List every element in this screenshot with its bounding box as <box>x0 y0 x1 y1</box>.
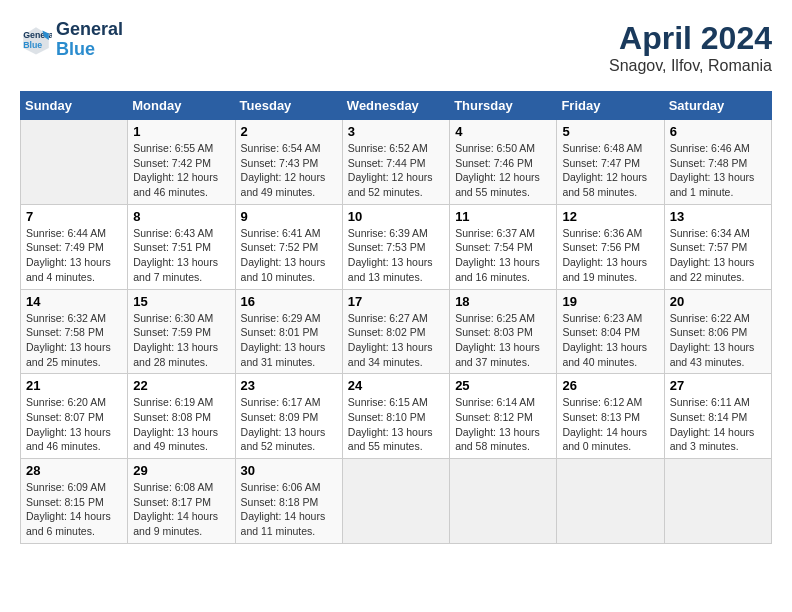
logo-text: General Blue <box>56 20 123 60</box>
logo-general: General <box>56 20 123 40</box>
day-info: Sunrise: 6:25 AMSunset: 8:03 PMDaylight:… <box>455 311 551 370</box>
calendar-cell: 27Sunrise: 6:11 AMSunset: 8:14 PMDayligh… <box>664 374 771 459</box>
day-number: 9 <box>241 209 337 224</box>
header-friday: Friday <box>557 92 664 120</box>
header-thursday: Thursday <box>450 92 557 120</box>
calendar-cell: 23Sunrise: 6:17 AMSunset: 8:09 PMDayligh… <box>235 374 342 459</box>
day-number: 7 <box>26 209 122 224</box>
logo-icon: General Blue <box>20 24 52 56</box>
calendar-cell: 18Sunrise: 6:25 AMSunset: 8:03 PMDayligh… <box>450 289 557 374</box>
page-header: General Blue General Blue April 2024 Sna… <box>20 20 772 75</box>
calendar-cell <box>450 459 557 544</box>
calendar-cell: 4Sunrise: 6:50 AMSunset: 7:46 PMDaylight… <box>450 120 557 205</box>
calendar-cell: 16Sunrise: 6:29 AMSunset: 8:01 PMDayligh… <box>235 289 342 374</box>
calendar-cell: 12Sunrise: 6:36 AMSunset: 7:56 PMDayligh… <box>557 204 664 289</box>
calendar-cell: 2Sunrise: 6:54 AMSunset: 7:43 PMDaylight… <box>235 120 342 205</box>
day-number: 3 <box>348 124 444 139</box>
page-subtitle: Snagov, Ilfov, Romania <box>609 57 772 75</box>
day-number: 8 <box>133 209 229 224</box>
page-title: April 2024 <box>609 20 772 57</box>
calendar-cell: 5Sunrise: 6:48 AMSunset: 7:47 PMDaylight… <box>557 120 664 205</box>
calendar-cell: 3Sunrise: 6:52 AMSunset: 7:44 PMDaylight… <box>342 120 449 205</box>
calendar-cell: 21Sunrise: 6:20 AMSunset: 8:07 PMDayligh… <box>21 374 128 459</box>
day-info: Sunrise: 6:50 AMSunset: 7:46 PMDaylight:… <box>455 141 551 200</box>
calendar-cell: 19Sunrise: 6:23 AMSunset: 8:04 PMDayligh… <box>557 289 664 374</box>
calendar-cell: 29Sunrise: 6:08 AMSunset: 8:17 PMDayligh… <box>128 459 235 544</box>
day-info: Sunrise: 6:29 AMSunset: 8:01 PMDaylight:… <box>241 311 337 370</box>
day-info: Sunrise: 6:20 AMSunset: 8:07 PMDaylight:… <box>26 395 122 454</box>
day-number: 30 <box>241 463 337 478</box>
week-row-3: 14Sunrise: 6:32 AMSunset: 7:58 PMDayligh… <box>21 289 772 374</box>
calendar-cell: 10Sunrise: 6:39 AMSunset: 7:53 PMDayligh… <box>342 204 449 289</box>
day-number: 4 <box>455 124 551 139</box>
calendar-cell: 11Sunrise: 6:37 AMSunset: 7:54 PMDayligh… <box>450 204 557 289</box>
header-saturday: Saturday <box>664 92 771 120</box>
week-row-2: 7Sunrise: 6:44 AMSunset: 7:49 PMDaylight… <box>21 204 772 289</box>
day-info: Sunrise: 6:54 AMSunset: 7:43 PMDaylight:… <box>241 141 337 200</box>
day-number: 15 <box>133 294 229 309</box>
day-number: 14 <box>26 294 122 309</box>
calendar-cell: 28Sunrise: 6:09 AMSunset: 8:15 PMDayligh… <box>21 459 128 544</box>
day-number: 19 <box>562 294 658 309</box>
calendar-header-row: SundayMondayTuesdayWednesdayThursdayFrid… <box>21 92 772 120</box>
day-number: 1 <box>133 124 229 139</box>
day-number: 29 <box>133 463 229 478</box>
day-info: Sunrise: 6:22 AMSunset: 8:06 PMDaylight:… <box>670 311 766 370</box>
logo-blue: Blue <box>56 40 123 60</box>
calendar-cell: 22Sunrise: 6:19 AMSunset: 8:08 PMDayligh… <box>128 374 235 459</box>
svg-text:Blue: Blue <box>23 40 42 50</box>
day-info: Sunrise: 6:27 AMSunset: 8:02 PMDaylight:… <box>348 311 444 370</box>
calendar-cell: 8Sunrise: 6:43 AMSunset: 7:51 PMDaylight… <box>128 204 235 289</box>
calendar-cell: 26Sunrise: 6:12 AMSunset: 8:13 PMDayligh… <box>557 374 664 459</box>
day-number: 28 <box>26 463 122 478</box>
day-number: 24 <box>348 378 444 393</box>
day-info: Sunrise: 6:30 AMSunset: 7:59 PMDaylight:… <box>133 311 229 370</box>
calendar-cell <box>664 459 771 544</box>
day-number: 22 <box>133 378 229 393</box>
day-info: Sunrise: 6:55 AMSunset: 7:42 PMDaylight:… <box>133 141 229 200</box>
week-row-4: 21Sunrise: 6:20 AMSunset: 8:07 PMDayligh… <box>21 374 772 459</box>
day-info: Sunrise: 6:14 AMSunset: 8:12 PMDaylight:… <box>455 395 551 454</box>
calendar-table: SundayMondayTuesdayWednesdayThursdayFrid… <box>20 91 772 544</box>
day-info: Sunrise: 6:32 AMSunset: 7:58 PMDaylight:… <box>26 311 122 370</box>
day-number: 18 <box>455 294 551 309</box>
day-number: 13 <box>670 209 766 224</box>
day-number: 23 <box>241 378 337 393</box>
day-info: Sunrise: 6:41 AMSunset: 7:52 PMDaylight:… <box>241 226 337 285</box>
calendar-cell: 13Sunrise: 6:34 AMSunset: 7:57 PMDayligh… <box>664 204 771 289</box>
calendar-cell: 25Sunrise: 6:14 AMSunset: 8:12 PMDayligh… <box>450 374 557 459</box>
day-number: 25 <box>455 378 551 393</box>
calendar-cell: 7Sunrise: 6:44 AMSunset: 7:49 PMDaylight… <box>21 204 128 289</box>
week-row-5: 28Sunrise: 6:09 AMSunset: 8:15 PMDayligh… <box>21 459 772 544</box>
day-number: 2 <box>241 124 337 139</box>
day-info: Sunrise: 6:08 AMSunset: 8:17 PMDaylight:… <box>133 480 229 539</box>
calendar-cell <box>342 459 449 544</box>
calendar-cell: 20Sunrise: 6:22 AMSunset: 8:06 PMDayligh… <box>664 289 771 374</box>
title-block: April 2024 Snagov, Ilfov, Romania <box>609 20 772 75</box>
calendar-cell: 24Sunrise: 6:15 AMSunset: 8:10 PMDayligh… <box>342 374 449 459</box>
header-monday: Monday <box>128 92 235 120</box>
day-info: Sunrise: 6:43 AMSunset: 7:51 PMDaylight:… <box>133 226 229 285</box>
logo: General Blue General Blue <box>20 20 123 60</box>
day-number: 16 <box>241 294 337 309</box>
day-info: Sunrise: 6:52 AMSunset: 7:44 PMDaylight:… <box>348 141 444 200</box>
day-number: 21 <box>26 378 122 393</box>
calendar-cell: 14Sunrise: 6:32 AMSunset: 7:58 PMDayligh… <box>21 289 128 374</box>
calendar-cell: 15Sunrise: 6:30 AMSunset: 7:59 PMDayligh… <box>128 289 235 374</box>
calendar-cell: 9Sunrise: 6:41 AMSunset: 7:52 PMDaylight… <box>235 204 342 289</box>
day-info: Sunrise: 6:19 AMSunset: 8:08 PMDaylight:… <box>133 395 229 454</box>
day-number: 5 <box>562 124 658 139</box>
calendar-cell: 30Sunrise: 6:06 AMSunset: 8:18 PMDayligh… <box>235 459 342 544</box>
calendar-cell <box>557 459 664 544</box>
calendar-cell: 17Sunrise: 6:27 AMSunset: 8:02 PMDayligh… <box>342 289 449 374</box>
calendar-cell: 6Sunrise: 6:46 AMSunset: 7:48 PMDaylight… <box>664 120 771 205</box>
day-info: Sunrise: 6:06 AMSunset: 8:18 PMDaylight:… <box>241 480 337 539</box>
week-row-1: 1Sunrise: 6:55 AMSunset: 7:42 PMDaylight… <box>21 120 772 205</box>
header-tuesday: Tuesday <box>235 92 342 120</box>
day-number: 12 <box>562 209 658 224</box>
day-number: 26 <box>562 378 658 393</box>
day-info: Sunrise: 6:11 AMSunset: 8:14 PMDaylight:… <box>670 395 766 454</box>
day-info: Sunrise: 6:39 AMSunset: 7:53 PMDaylight:… <box>348 226 444 285</box>
header-sunday: Sunday <box>21 92 128 120</box>
calendar-cell: 1Sunrise: 6:55 AMSunset: 7:42 PMDaylight… <box>128 120 235 205</box>
